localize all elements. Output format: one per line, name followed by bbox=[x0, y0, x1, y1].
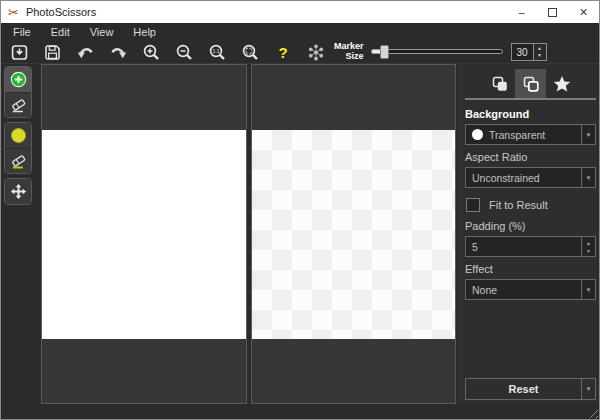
redo-icon bbox=[109, 43, 128, 62]
undo-button[interactable] bbox=[75, 42, 95, 62]
move-icon bbox=[10, 183, 27, 200]
marker-preview bbox=[306, 42, 326, 62]
chevron-down-icon[interactable]: ▼ bbox=[581, 125, 595, 144]
resize-grip[interactable] bbox=[586, 406, 598, 418]
slider-handle[interactable] bbox=[380, 45, 389, 59]
statusbar bbox=[1, 404, 599, 419]
overlapping-squares-outline-icon bbox=[521, 74, 541, 94]
save-button[interactable] bbox=[42, 42, 62, 62]
erase-background-tool[interactable] bbox=[5, 148, 31, 173]
eraser-icon bbox=[10, 97, 27, 114]
tool-sidebar bbox=[1, 64, 40, 404]
zoom-in-button[interactable] bbox=[141, 42, 161, 62]
help-button[interactable]: ? bbox=[273, 42, 293, 62]
marker-size-spinbox: 30 ▲ ▼ bbox=[511, 43, 547, 61]
toolbar: 1:1 ? bbox=[1, 41, 599, 63]
fit-to-result-checkbox[interactable] bbox=[466, 198, 480, 212]
aspect-ratio-value: Unconstrained bbox=[466, 172, 581, 184]
tab-effects[interactable] bbox=[546, 69, 577, 98]
reset-button[interactable]: Reset bbox=[466, 379, 581, 399]
mark-foreground-tool[interactable] bbox=[5, 67, 31, 92]
close-button[interactable]: ✕ bbox=[568, 1, 599, 23]
svg-text:1:1: 1:1 bbox=[212, 47, 219, 53]
menu-file[interactable]: File bbox=[3, 26, 41, 38]
zoom-out-icon bbox=[175, 43, 194, 62]
minimize-button[interactable]: – bbox=[506, 1, 537, 23]
background-label: Background bbox=[465, 108, 596, 120]
source-image[interactable] bbox=[42, 130, 246, 339]
reset-menu-arrow[interactable]: ▼ bbox=[581, 379, 595, 399]
source-canvas[interactable] bbox=[41, 64, 247, 404]
help-icon: ? bbox=[278, 44, 287, 61]
background-tool-group bbox=[4, 122, 32, 174]
yellow-circle-icon bbox=[10, 127, 27, 144]
step-up-icon[interactable]: ▲ bbox=[586, 239, 591, 247]
transparent-swatch-icon bbox=[472, 129, 483, 140]
redo-button[interactable] bbox=[108, 42, 128, 62]
photoscissors-window: ✂ PhotoScissors – ✕ File Edit View Help bbox=[0, 0, 600, 420]
marker-size-steppers[interactable]: ▲ ▼ bbox=[534, 43, 547, 61]
maximize-icon bbox=[548, 8, 557, 17]
background-dropdown[interactable]: Transparent ▼ bbox=[465, 124, 596, 145]
erase-foreground-tool[interactable] bbox=[5, 92, 31, 117]
fit-to-result-row: Fit to Result bbox=[465, 198, 596, 212]
padding-steppers[interactable]: ▲ ▼ bbox=[581, 237, 595, 256]
marker-size-slider[interactable] bbox=[371, 44, 503, 60]
tab-background[interactable] bbox=[484, 69, 515, 98]
open-icon bbox=[10, 43, 29, 62]
result-canvas[interactable] bbox=[251, 64, 457, 404]
fit-to-result-label: Fit to Result bbox=[489, 199, 548, 211]
zoom-in-icon bbox=[142, 43, 161, 62]
result-image-transparent[interactable] bbox=[252, 130, 456, 339]
step-down-icon[interactable]: ▼ bbox=[586, 247, 591, 255]
star-icon bbox=[552, 74, 572, 94]
padding-value[interactable]: 5 bbox=[466, 237, 581, 256]
maximize-button[interactable] bbox=[537, 1, 568, 23]
mark-background-tool[interactable] bbox=[5, 123, 31, 148]
reset-split-button: Reset ▼ bbox=[465, 378, 596, 400]
slider-track[interactable] bbox=[371, 49, 503, 54]
marker-size-value[interactable]: 30 bbox=[511, 43, 534, 61]
zoom-fit-icon bbox=[241, 43, 260, 62]
menu-help[interactable]: Help bbox=[123, 26, 166, 38]
menu-view[interactable]: View bbox=[80, 26, 124, 38]
tab-layers[interactable] bbox=[515, 69, 546, 98]
green-plus-icon bbox=[10, 71, 27, 88]
window-controls: – ✕ bbox=[506, 1, 599, 23]
yellow-eraser-icon bbox=[10, 153, 27, 170]
panel-tabs bbox=[465, 69, 596, 98]
canvas-area bbox=[40, 64, 457, 404]
step-down-icon[interactable]: ▼ bbox=[537, 52, 542, 60]
marker-cluster-icon bbox=[306, 42, 326, 63]
effect-dropdown[interactable]: None ▼ bbox=[465, 279, 596, 300]
aspect-ratio-dropdown[interactable]: Unconstrained ▼ bbox=[465, 167, 596, 188]
save-icon bbox=[43, 43, 62, 62]
menu-edit[interactable]: Edit bbox=[41, 26, 80, 38]
main-area: Background Transparent ▼ Aspect Ratio Un… bbox=[1, 63, 599, 404]
zoom-actual-size-icon: 1:1 bbox=[208, 43, 227, 62]
padding-label: Padding (%) bbox=[465, 220, 596, 232]
move-tool[interactable] bbox=[5, 179, 31, 204]
zoom-out-button[interactable] bbox=[174, 42, 194, 62]
step-up-icon[interactable]: ▲ bbox=[537, 45, 542, 53]
aspect-ratio-label: Aspect Ratio bbox=[465, 151, 596, 163]
zoom-fit-button[interactable] bbox=[240, 42, 260, 62]
chevron-down-icon[interactable]: ▼ bbox=[581, 168, 595, 187]
effect-value: None bbox=[466, 284, 581, 296]
menubar: File Edit View Help bbox=[1, 23, 599, 41]
settings-panel: Background Transparent ▼ Aspect Ratio Un… bbox=[457, 64, 599, 404]
open-button[interactable] bbox=[9, 42, 29, 62]
foreground-tool-group bbox=[4, 66, 32, 118]
minimize-icon: – bbox=[518, 6, 524, 18]
zoom-actual-button[interactable]: 1:1 bbox=[207, 42, 227, 62]
overlapping-squares-filled-icon bbox=[490, 74, 510, 94]
tab-separator bbox=[465, 98, 596, 100]
panel-spacer bbox=[465, 300, 596, 378]
window-title: PhotoScissors bbox=[26, 6, 96, 18]
marker-size-label: Marker Size bbox=[334, 42, 364, 62]
titlebar: ✂ PhotoScissors – ✕ bbox=[1, 1, 599, 23]
chevron-down-icon[interactable]: ▼ bbox=[581, 280, 595, 299]
padding-spinbox[interactable]: 5 ▲ ▼ bbox=[465, 236, 596, 257]
close-icon: ✕ bbox=[579, 6, 588, 19]
app-icon: ✂ bbox=[8, 6, 19, 19]
